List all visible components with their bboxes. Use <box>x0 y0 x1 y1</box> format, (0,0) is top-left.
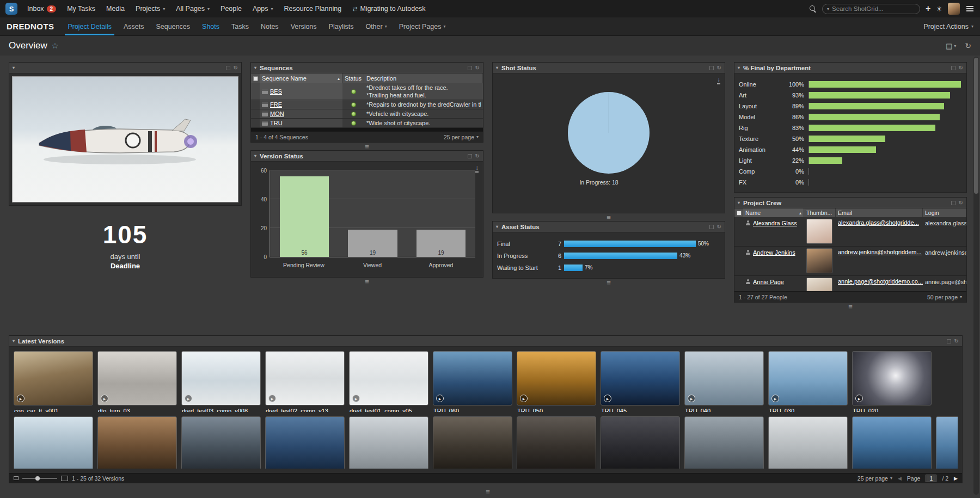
page-number-input[interactable]: 1 <box>926 475 936 482</box>
nav-item-apps[interactable]: Apps▾ <box>247 0 279 17</box>
sequence-link[interactable]: MON <box>270 110 284 117</box>
version-thumbnail[interactable]: ▶ <box>97 351 177 405</box>
person-link[interactable]: Alexandra Glass <box>753 220 797 226</box>
email-link[interactable]: annie.page@shotgriddemo.co... <box>838 278 923 285</box>
global-search[interactable]: ▾ <box>822 4 920 14</box>
nav-item-inbox[interactable]: Inbox2 <box>22 0 62 17</box>
nav-item-media[interactable]: Media <box>101 0 130 17</box>
version-link[interactable]: TRU_060 <box>433 408 512 412</box>
popout-icon[interactable] <box>947 339 951 343</box>
version-link[interactable]: dto_turn_03 <box>97 408 177 412</box>
tab-other[interactable]: Other▾ <box>359 17 393 35</box>
nav-item-my-tasks[interactable]: My Tasks <box>62 0 101 17</box>
collapse-icon[interactable]: ▾ <box>738 65 740 70</box>
version-thumbnail[interactable]: ▶ <box>433 351 512 405</box>
page-refresh-icon[interactable]: ↻ <box>965 41 971 50</box>
page-drag-handle[interactable]: ≡ <box>9 488 967 495</box>
panel-drag-handle[interactable]: ≡ <box>492 213 725 221</box>
table-row[interactable]: BES*Drednot takes off for the race.*Trai… <box>251 83 483 100</box>
search-icon[interactable] <box>810 5 817 13</box>
person-photo[interactable] <box>806 248 832 273</box>
collapse-icon[interactable]: ▾ <box>496 65 498 70</box>
refresh-icon[interactable]: ↻ <box>717 224 721 230</box>
panel-drag-handle[interactable]: ≡ <box>734 303 967 310</box>
next-page-icon[interactable]: ▶ <box>954 476 958 481</box>
version-link[interactable]: TRU_050 <box>517 408 596 412</box>
tab-versions[interactable]: Versions <box>285 17 323 35</box>
user-avatar[interactable] <box>948 3 960 15</box>
collapse-icon[interactable]: ▾ <box>254 65 256 70</box>
collapse-icon[interactable]: ▾ <box>254 153 256 158</box>
collapse-icon[interactable]: ▾ <box>496 224 498 229</box>
prev-page-icon[interactable]: ◀ <box>898 476 902 481</box>
column-header-status[interactable]: Status <box>342 73 364 83</box>
version-link[interactable]: TRU_045 <box>601 408 680 412</box>
sequence-link[interactable]: FRE <box>270 101 282 108</box>
version-thumbnail[interactable]: ▶ <box>14 351 93 405</box>
version-thumbnail[interactable] <box>433 416 512 469</box>
version-link[interactable]: dred_test01_comp_v05 <box>349 408 428 412</box>
column-header-thumbnail[interactable]: Thumbn... <box>804 208 836 217</box>
table-row[interactable]: Annie Pageannie.page@shotgriddemo.co...a… <box>734 276 966 291</box>
popout-icon[interactable] <box>468 66 472 70</box>
email-link[interactable]: alexandra.glass@shotgridde... <box>838 219 919 226</box>
project-hero-image[interactable] <box>12 76 238 202</box>
select-all-checkbox[interactable] <box>253 76 258 81</box>
popout-icon[interactable] <box>709 225 714 229</box>
per-page-select[interactable]: 50 per page▾ <box>927 294 962 300</box>
email-link[interactable]: andrew.jenkins@shotgriddem... <box>838 249 922 255</box>
version-link[interactable]: dred_test02_comp_v13 <box>265 408 345 412</box>
play-icon[interactable]: ▶ <box>17 395 24 402</box>
search-input[interactable] <box>832 5 916 12</box>
slider-knob[interactable] <box>35 476 40 481</box>
column-header-login[interactable]: Login <box>923 208 966 217</box>
tab-tasks[interactable]: Tasks <box>225 17 255 35</box>
version-link[interactable]: TRU_020 <box>852 408 932 412</box>
person-photo[interactable] <box>806 219 832 244</box>
version-thumbnail[interactable]: ▶ <box>349 351 428 405</box>
select-all-checkbox[interactable] <box>737 211 742 216</box>
refresh-icon[interactable]: ↻ <box>475 65 480 71</box>
vertical-scrollbar[interactable] <box>973 57 979 495</box>
refresh-icon[interactable]: ↻ <box>954 338 959 344</box>
panel-drag-handle[interactable]: ≡ <box>250 278 483 285</box>
column-header-description[interactable]: Description <box>364 73 483 83</box>
tab-project-pages[interactable]: Project Pages▾ <box>393 17 452 35</box>
refresh-icon[interactable]: ↻ <box>959 65 963 71</box>
nav-item-projects[interactable]: Projects▾ <box>130 0 170 17</box>
refresh-icon[interactable]: ↻ <box>234 65 238 71</box>
column-header-sequence-name[interactable]: Sequence Name▴ <box>260 73 342 83</box>
collapse-icon[interactable]: ▾ <box>13 339 15 343</box>
nav-item-resource-planning[interactable]: Resource Planning <box>279 0 347 17</box>
table-row[interactable]: TRU*Wide shot of cityscape. <box>251 119 483 128</box>
nav-item-people[interactable]: People <box>215 0 247 17</box>
shotgrid-logo[interactable]: S <box>5 3 17 15</box>
theme-icon[interactable]: ☀ <box>936 5 942 13</box>
popout-icon[interactable] <box>709 66 714 70</box>
play-icon[interactable]: ▶ <box>185 395 192 402</box>
thumb-size-large-icon[interactable] <box>61 476 68 481</box>
refresh-icon[interactable]: ↻ <box>475 153 480 159</box>
version-thumbnail[interactable] <box>265 416 345 469</box>
shot-status-pie[interactable] <box>568 92 650 174</box>
table-row[interactable]: Andrew Jenkinsandrew.jenkins@shotgriddem… <box>734 247 966 276</box>
sequence-link[interactable]: TRU <box>270 120 283 126</box>
popout-icon[interactable] <box>468 154 472 158</box>
version-thumbnail[interactable] <box>97 416 177 469</box>
version-thumbnail[interactable]: ▶ <box>601 351 680 405</box>
version-thumbnail[interactable] <box>684 416 764 469</box>
play-icon[interactable]: ▶ <box>268 395 276 402</box>
collapse-icon[interactable]: ▾ <box>738 200 740 205</box>
download-icon[interactable]: ↓ <box>475 164 479 173</box>
nav-item-migrating-to-autodesk[interactable]: ⇄Migrating to Autodesk <box>347 0 431 17</box>
column-header-email[interactable]: Email <box>836 208 923 217</box>
version-link[interactable]: TRU_040 <box>684 408 764 412</box>
version-thumbnail[interactable] <box>936 416 958 469</box>
per-page-select[interactable]: 25 per page▾ <box>444 134 479 140</box>
panel-drag-handle[interactable]: ≡ <box>492 279 725 286</box>
nav-item-all-pages[interactable]: All Pages▾ <box>170 0 215 17</box>
create-icon[interactable]: + <box>926 4 930 13</box>
version-thumbnail[interactable] <box>181 416 261 469</box>
version-thumbnail[interactable]: ▶ <box>181 351 261 405</box>
tab-notes[interactable]: Notes <box>255 17 285 35</box>
